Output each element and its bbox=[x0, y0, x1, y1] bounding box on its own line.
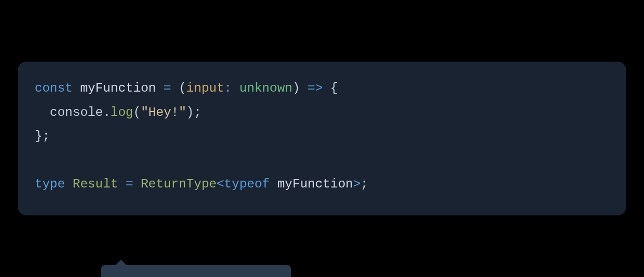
identifier-console: console bbox=[50, 105, 103, 120]
angle-close: > bbox=[353, 177, 360, 191]
code-line-blank bbox=[35, 149, 609, 173]
code-line-3: }; bbox=[35, 124, 609, 149]
paren-open: ( bbox=[179, 81, 186, 95]
operator-assign: = bbox=[156, 81, 178, 95]
arrow: => bbox=[300, 81, 330, 95]
paren-close: ) bbox=[293, 81, 300, 95]
identifier-myfunction: myFunction bbox=[80, 81, 156, 95]
code-line-2: console.log("Hey!"); bbox=[35, 101, 609, 125]
keyword-type: type bbox=[35, 177, 65, 191]
type-result: Result bbox=[73, 177, 118, 191]
type-returntype: ReturnType bbox=[141, 177, 217, 191]
code-line-5: type Result = ReturnType<typeof myFuncti… bbox=[35, 172, 609, 196]
angle-open: < bbox=[217, 177, 224, 191]
paren-close: ) bbox=[186, 105, 194, 120]
brace-close: } bbox=[35, 129, 42, 143]
brace-open: { bbox=[330, 81, 338, 95]
code-line-1: const myFunction = (input: unknown) => { bbox=[35, 76, 609, 101]
type-unknown: unknown bbox=[239, 81, 293, 95]
semicolon: ; bbox=[194, 105, 202, 120]
code-block: const myFunction = (input: unknown) => {… bbox=[18, 62, 626, 215]
semicolon: ; bbox=[42, 129, 49, 143]
identifier-ref: myFunction bbox=[277, 177, 353, 191]
keyword-const: const bbox=[35, 81, 73, 95]
colon: : bbox=[224, 81, 239, 95]
type-hint-tooltip: type Result = void bbox=[101, 265, 291, 277]
method-log: log bbox=[110, 105, 133, 120]
param-input: input bbox=[186, 81, 224, 95]
paren-open: ( bbox=[133, 105, 140, 120]
semicolon: ; bbox=[360, 177, 368, 191]
keyword-typeof: typeof bbox=[224, 177, 269, 191]
string-literal: "Hey!" bbox=[141, 105, 186, 120]
dot: . bbox=[103, 105, 110, 120]
operator-assign: = bbox=[118, 177, 140, 191]
